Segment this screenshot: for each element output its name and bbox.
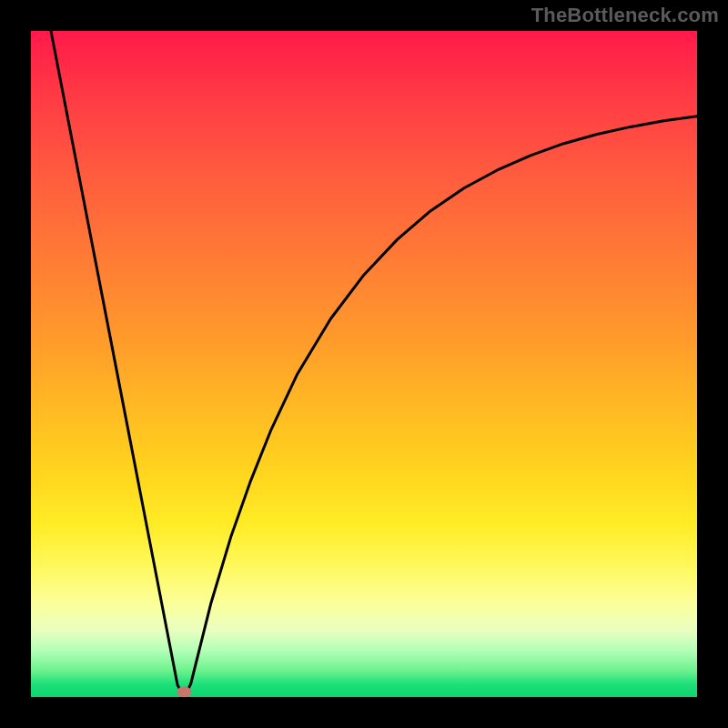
chart-frame: TheBottleneck.com (0, 0, 728, 728)
curve-svg (31, 31, 697, 697)
watermark-text: TheBottleneck.com (531, 4, 719, 27)
bottleneck-curve (51, 31, 697, 697)
minimum-marker (177, 686, 191, 697)
plot-area (31, 31, 697, 697)
